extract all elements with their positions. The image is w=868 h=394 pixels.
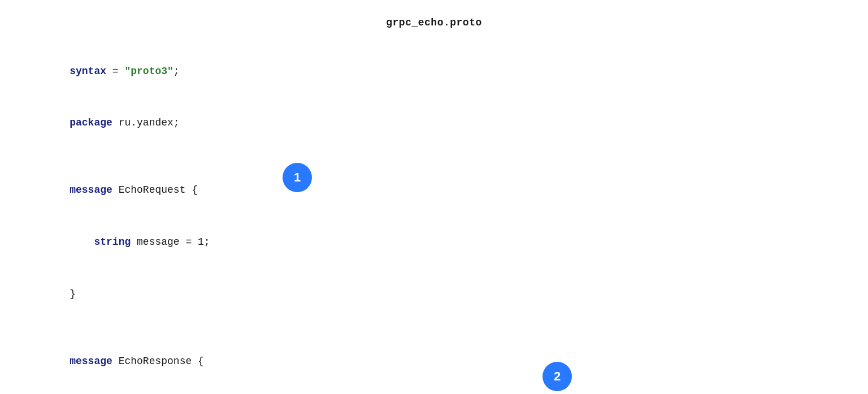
- code-container: syntax = "proto3"; package ru.yandex; me…: [0, 40, 868, 394]
- blank-line-2: [45, 320, 868, 335]
- badge-2: 2: [542, 362, 572, 391]
- code-text: ;: [173, 66, 180, 77]
- code-text: =: [106, 66, 124, 77]
- code-line-4: string message = 1;: [45, 217, 868, 269]
- string-proto3: "proto3": [124, 66, 173, 77]
- code-line-3: message EchoRequest {: [45, 164, 868, 217]
- keyword-message-1: message: [70, 184, 112, 196]
- code-text: ru.yandex;: [112, 117, 180, 128]
- badge-1-label: 1: [294, 170, 301, 185]
- code-line-2: package ru.yandex;: [45, 97, 868, 149]
- code-line-7: string message = 1;: [45, 387, 868, 394]
- blank-line-1: [45, 149, 868, 164]
- keyword-message-2: message: [70, 356, 112, 367]
- badge-1: 1: [283, 163, 312, 192]
- badge-2-label: 2: [554, 369, 561, 384]
- keyword-string-1: string: [94, 236, 131, 248]
- code-indent: [70, 236, 94, 248]
- code-line-6: message EchoResponse {: [45, 335, 868, 387]
- keyword-package: package: [70, 117, 112, 128]
- code-text: EchoRequest {: [112, 184, 198, 196]
- code-text: EchoResponse {: [112, 356, 204, 367]
- code-text: message = 1;: [131, 236, 210, 248]
- code-line-5: }: [45, 268, 868, 320]
- keyword-syntax: syntax: [70, 66, 106, 77]
- code-line-1: syntax = "proto3";: [45, 45, 868, 97]
- page-title: grpc_echo.proto: [0, 0, 868, 40]
- code-text: }: [70, 288, 76, 300]
